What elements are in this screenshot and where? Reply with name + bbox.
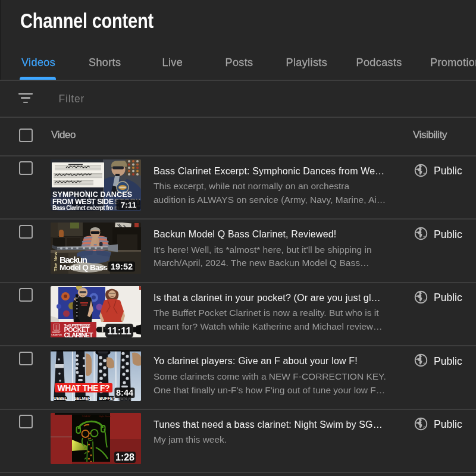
svg-text:SELMER: SELMER [74,396,91,400]
svg-text:SGAGZ: SGAGZ [82,415,91,418]
svg-text:19:52: 19:52 [111,262,133,271]
svg-text:1:28: 1:28 [115,452,134,462]
svg-text:7:11: 7:11 [121,201,137,209]
svg-text:11:11: 11:11 [107,325,131,336]
svg-text:BACKUN: BACKUN [118,396,131,401]
svg-text:CRAMPON: CRAMPON [51,334,62,336]
svg-text:BUFFET: BUFFET [99,396,116,400]
svg-text:Model Q Bass: Model Q Bass [60,263,108,272]
svg-text:Night Swim: Night Swim [99,415,111,418]
svg-text:UEBEL: UEBEL [54,396,67,400]
svg-text:The New: The New [53,252,58,272]
svg-text:WHAT THE F?: WHAT THE F? [58,383,110,393]
svg-text:CLARINET: CLARINET [64,331,93,337]
svg-text:Bass Clarinet excerpt fro: Bass Clarinet excerpt fro [52,205,113,211]
